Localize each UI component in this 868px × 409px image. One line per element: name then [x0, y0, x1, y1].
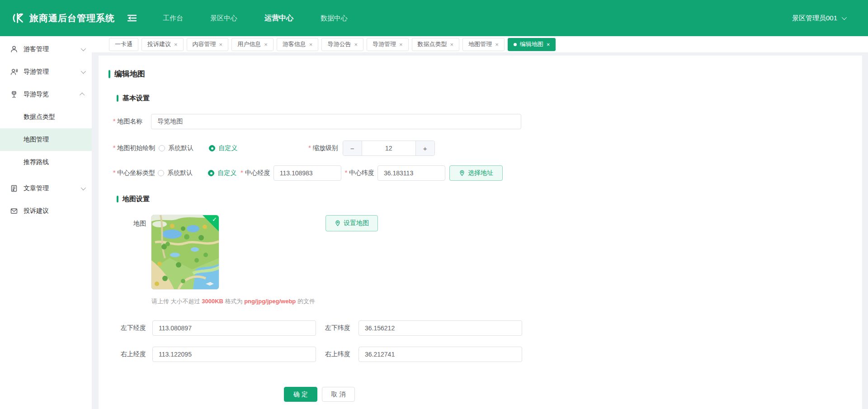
- section-accent-bar: [117, 196, 118, 202]
- center-lng-label: 中心经度: [241, 169, 270, 177]
- active-tab-dot: [514, 43, 517, 46]
- sidebar-item-map-mgmt[interactable]: 地图管理: [0, 128, 92, 151]
- user-menu[interactable]: 景区管理员001: [792, 14, 845, 23]
- sidebar-item-article-mgmt[interactable]: 文章管理: [0, 177, 92, 200]
- form-row-bottom-left: 左下经度 左下纬度: [121, 320, 862, 336]
- max-size-value: 3000KB: [202, 298, 223, 305]
- title-accent-bar: [108, 70, 110, 78]
- tab-map-mgmt[interactable]: 地图管理×: [462, 38, 505, 51]
- edit-map-card: 编辑地图 基本设置 地图名称 地图初始绘制 系统默认 自定义: [99, 56, 862, 409]
- sidebar-item-complaints[interactable]: 投诉建议: [0, 200, 92, 222]
- increase-button[interactable]: +: [415, 141, 434, 155]
- section-map-settings: 地图设置: [117, 195, 862, 203]
- confirm-button[interactable]: 确 定: [284, 387, 317, 402]
- sidebar-item-data-point-type[interactable]: 数据点类型: [0, 106, 92, 128]
- sidebar-item-visitor-mgmt[interactable]: 游客管理: [0, 38, 92, 61]
- content-area: 编辑地图 基本设置 地图名称 地图初始绘制 系统默认 自定义: [92, 53, 868, 409]
- brand-title: 旅商通后台管理系统: [29, 12, 115, 24]
- user-name: 景区管理员001: [792, 14, 837, 23]
- upload-hint: 请上传 大小不超过 3000KB 格式为 png/jpg/jpeg/webp 的…: [151, 297, 862, 306]
- check-icon: ✓: [212, 216, 217, 223]
- cancel-button[interactable]: 取 消: [322, 387, 355, 402]
- tab-content-mgmt[interactable]: 内容管理×: [187, 38, 229, 51]
- signpost-icon: [10, 90, 18, 99]
- topnav-workbench[interactable]: 工作台: [163, 14, 183, 23]
- close-icon[interactable]: ×: [309, 42, 313, 47]
- tr-lat-label: 右上纬度: [325, 350, 353, 358]
- topnav-data-center[interactable]: 数据中心: [321, 14, 348, 23]
- decrease-button[interactable]: −: [343, 141, 362, 155]
- allowed-formats-value: png/jpg/jpeg/webp: [244, 298, 296, 305]
- close-icon[interactable]: ×: [219, 42, 223, 47]
- zoom-level-value[interactable]: 12: [362, 141, 415, 155]
- center-lng-input[interactable]: [274, 165, 341, 181]
- sidebar-item-recommended-route[interactable]: 推荐路线: [0, 151, 92, 174]
- brand-logo-icon: [12, 11, 26, 25]
- center-lat-input[interactable]: [377, 165, 445, 181]
- zoom-level-label: 缩放级别: [308, 144, 338, 152]
- radio-initial-custom-label[interactable]: 自定义: [218, 144, 237, 152]
- tab-onecard[interactable]: 一卡通: [109, 38, 138, 51]
- close-icon[interactable]: ×: [547, 42, 550, 47]
- bl-lng-input[interactable]: [152, 320, 316, 336]
- tab-bar: 一卡通 投诉建议× 内容管理× 用户信息× 游客信息× 导游公告× 导游管理× …: [92, 36, 868, 53]
- map-name-label: 地图名称: [113, 118, 142, 126]
- choose-address-button[interactable]: 选择地址: [449, 165, 503, 181]
- set-map-button[interactable]: 设置地图: [326, 215, 378, 231]
- close-icon[interactable]: ×: [495, 42, 499, 47]
- chevron-down-icon: [81, 46, 86, 51]
- close-icon[interactable]: ×: [354, 42, 358, 47]
- form-row-initial-draw: 地图初始绘制 系统默认 自定义 缩放级别 − 12 +: [113, 141, 862, 156]
- topnav-operation-center[interactable]: 运营中心: [264, 14, 293, 23]
- form-row-top-right: 右上经度 右上纬度: [121, 347, 862, 362]
- zoom-level-stepper: − 12 +: [343, 141, 435, 156]
- tab-edit-map[interactable]: 编辑地图×: [508, 38, 556, 51]
- bl-lat-input[interactable]: [359, 320, 522, 336]
- guide-icon: [10, 68, 18, 76]
- bl-lng-label: 左下经度: [121, 324, 149, 332]
- map-image-label: 地图: [133, 220, 151, 228]
- form-row-map-image: 地图: [133, 215, 862, 289]
- form-actions: 确 定 取 消: [284, 387, 862, 402]
- visitor-icon: [10, 45, 18, 53]
- form-row-center-coord: 中心坐标类型 系统默认 自定义 中心经度 中心纬度 选择地址: [113, 165, 862, 181]
- sidebar-item-guide-tour[interactable]: 导游导览: [0, 83, 92, 106]
- tab-guide-mgmt[interactable]: 导游管理×: [367, 38, 409, 51]
- tab-complaints[interactable]: 投诉建议×: [142, 38, 184, 51]
- section-accent-bar: [117, 95, 118, 102]
- radio-center-custom[interactable]: [208, 170, 214, 176]
- radio-initial-default-label[interactable]: 系统默认: [168, 144, 193, 152]
- tab-data-point-type[interactable]: 数据点类型×: [412, 38, 460, 51]
- map-name-input[interactable]: [151, 114, 521, 129]
- map-thumbnail-image[interactable]: ✓: [151, 215, 219, 289]
- section-basic-settings: 基本设置: [117, 94, 862, 103]
- close-icon[interactable]: ×: [174, 42, 178, 47]
- tr-lat-input[interactable]: [359, 347, 522, 362]
- sidebar-fold-icon[interactable]: [127, 13, 137, 23]
- chevron-down-icon: [842, 15, 847, 20]
- radio-initial-default[interactable]: [159, 145, 165, 151]
- top-menu: 工作台 景区中心 运营中心 数据中心: [163, 14, 348, 23]
- form-row-map-name: 地图名称: [113, 114, 862, 129]
- tr-lng-input[interactable]: [152, 347, 316, 362]
- tr-lng-label: 右上经度: [121, 350, 149, 358]
- location-pin-icon: [335, 220, 341, 226]
- radio-center-default-label[interactable]: 系统默认: [167, 169, 193, 177]
- brand: 旅商通后台管理系统: [12, 11, 137, 25]
- close-icon[interactable]: ×: [264, 42, 268, 47]
- top-navbar: 旅商通后台管理系统 工作台 景区中心 运营中心 数据中心 景区管理员001: [0, 0, 868, 36]
- topnav-scenic-center[interactable]: 景区中心: [210, 14, 237, 23]
- tab-visitor-info[interactable]: 游客信息×: [277, 38, 319, 51]
- tab-guide-notice[interactable]: 导游公告×: [321, 38, 363, 51]
- radio-center-custom-label[interactable]: 自定义: [217, 169, 236, 177]
- close-icon[interactable]: ×: [399, 42, 403, 47]
- close-icon[interactable]: ×: [450, 42, 454, 47]
- radio-center-default[interactable]: [158, 170, 164, 176]
- center-type-label: 中心坐标类型: [113, 169, 155, 177]
- chevron-down-icon: [81, 69, 86, 74]
- article-icon: [10, 184, 18, 193]
- radio-initial-custom[interactable]: [209, 145, 215, 151]
- center-lat-label: 中心纬度: [345, 169, 374, 177]
- sidebar-item-guide-mgmt[interactable]: 导游管理: [0, 61, 92, 83]
- tab-user-info[interactable]: 用户信息×: [231, 38, 274, 51]
